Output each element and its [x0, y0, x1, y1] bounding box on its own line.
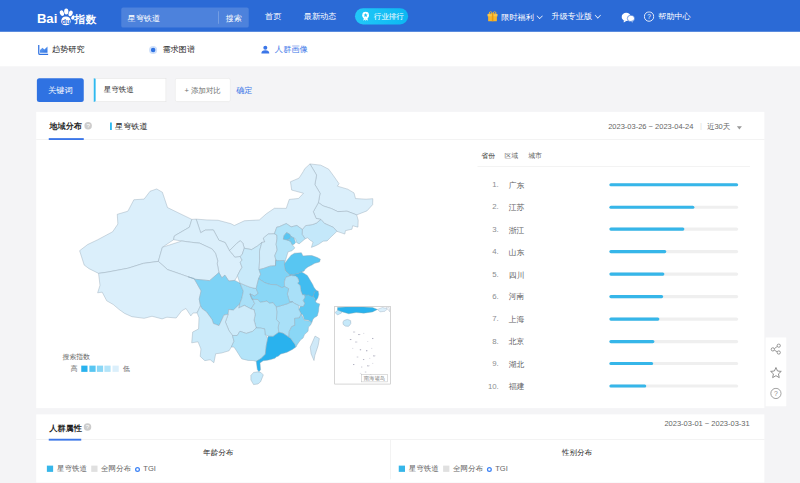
- svg-text:南海诸岛: 南海诸岛: [364, 375, 385, 382]
- svg-text:?: ?: [647, 13, 651, 20]
- svg-text:?: ?: [774, 390, 778, 397]
- svg-text:du: du: [62, 18, 70, 25]
